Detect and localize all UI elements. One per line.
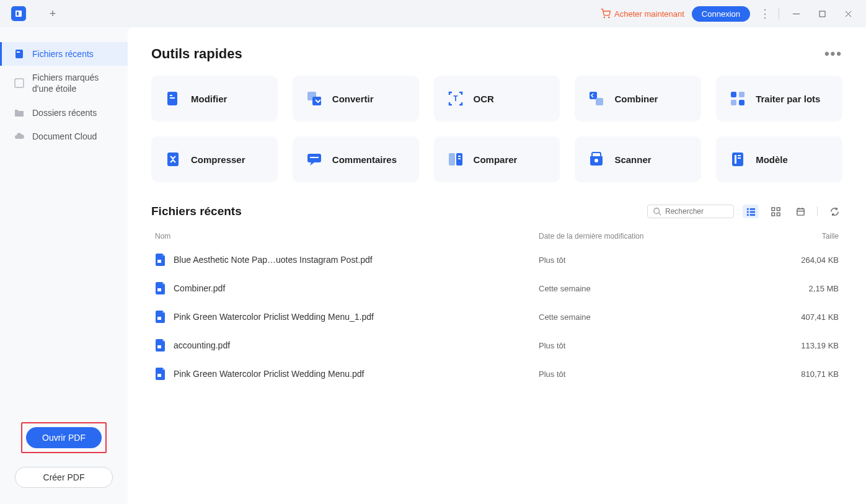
tool-label: Scanner <box>614 154 651 165</box>
app-logo[interactable] <box>11 6 26 21</box>
star-icon <box>14 77 25 89</box>
file-date: Cette semaine <box>539 312 787 322</box>
tool-ocr[interactable]: T OCR <box>434 76 560 122</box>
file-name: Blue Aesthetic Note Pap…uotes Instagram … <box>174 255 539 265</box>
open-pdf-button[interactable]: Ouvrir PDF <box>26 427 102 448</box>
svg-point-3 <box>609 17 609 17</box>
svg-rect-10 <box>15 79 24 87</box>
tool-label: Modifier <box>191 94 227 104</box>
file-row[interactable]: Combiner.pdf Cette semaine 2,15 MB <box>151 274 842 303</box>
list-icon <box>746 207 756 216</box>
tool-modifier[interactable]: Modifier <box>151 76 278 122</box>
tools-title-text: Outils rapides <box>151 46 242 62</box>
tool-label: Commentaires <box>332 154 397 165</box>
svg-rect-33 <box>738 155 741 156</box>
file-row[interactable]: Blue Aesthetic Note Pap…uotes Instagram … <box>151 245 842 274</box>
file-size: 2,15 MB <box>787 284 842 293</box>
sidebar-item-starred[interactable]: Fichiers marqués d'une étoile <box>0 66 128 100</box>
col-header-size[interactable]: Taille <box>787 232 842 241</box>
new-tab-button[interactable]: + <box>43 4 62 23</box>
recent-files-header: Fichiers récents <box>151 205 842 218</box>
doc-icon <box>14 48 25 60</box>
svg-rect-52 <box>157 288 161 291</box>
divider <box>817 206 818 216</box>
titlebar-left: + <box>6 4 62 23</box>
close-icon <box>845 11 852 17</box>
comment-icon <box>305 150 324 169</box>
file-table-header: Nom Date de la dernière modification Tai… <box>151 227 842 245</box>
tool-comparer[interactable]: Comparer <box>434 136 560 182</box>
tool-modele[interactable]: Modèle <box>716 136 842 182</box>
svg-point-30 <box>594 159 598 162</box>
content: Outils rapides ••• Modifier Convertir T … <box>128 27 866 504</box>
file-row[interactable]: Pink Green Watercolor Priclist Wedding M… <box>151 303 842 331</box>
svg-rect-5 <box>820 11 825 17</box>
pdf-file-icon <box>155 311 166 323</box>
maximize-button[interactable] <box>810 4 834 23</box>
file-name: Combiner.pdf <box>174 283 539 293</box>
svg-rect-54 <box>157 345 161 348</box>
tool-convertir[interactable]: Convertir <box>293 76 419 122</box>
file-size: 407,41 KB <box>787 312 842 322</box>
file-name: accounting.pdf <box>174 340 539 350</box>
tool-combiner[interactable]: Combiner <box>575 76 701 122</box>
scanner-icon <box>587 150 606 169</box>
folder-icon <box>14 107 25 118</box>
refresh-button[interactable] <box>826 205 842 218</box>
sidebar-item-label: Fichiers récents <box>32 48 94 60</box>
svg-rect-41 <box>746 214 748 216</box>
svg-rect-12 <box>170 95 172 96</box>
search-icon <box>653 207 661 216</box>
kebab-menu[interactable]: ⋮ <box>756 5 774 22</box>
view-grid-button[interactable] <box>767 205 784 218</box>
svg-rect-22 <box>739 100 744 105</box>
tools-more-button[interactable]: ••• <box>824 46 842 62</box>
tool-commentaires[interactable]: Commentaires <box>293 136 419 182</box>
pdf-file-icon <box>155 254 166 266</box>
svg-rect-45 <box>771 213 774 216</box>
search-box[interactable] <box>647 205 734 218</box>
pdf-file-icon <box>155 368 166 380</box>
svg-rect-25 <box>310 157 319 158</box>
file-row[interactable]: Pink Green Watercolor Priclist Wedding M… <box>151 360 842 388</box>
buy-now-link[interactable]: Acheter maintenant <box>596 6 689 21</box>
close-button[interactable] <box>836 4 860 23</box>
tool-grid: Modifier Convertir T OCR Combiner Traite… <box>151 76 842 182</box>
sidebar-item-label: Dossiers récents <box>32 107 97 118</box>
svg-rect-42 <box>749 214 754 216</box>
divider <box>779 8 779 19</box>
svg-rect-17 <box>590 92 597 99</box>
sidebar-item-recent-files[interactable]: Fichiers récents <box>0 42 128 66</box>
file-size: 264,04 KB <box>787 255 842 265</box>
edit-icon <box>164 89 182 108</box>
view-list-button[interactable] <box>743 205 759 218</box>
svg-rect-28 <box>458 156 461 157</box>
svg-rect-31 <box>732 153 743 166</box>
file-row[interactable]: accounting.pdf Plus tôt 113,19 KB <box>151 331 842 360</box>
titlebar-right: Acheter maintenant Connexion ⋮ <box>596 4 860 23</box>
tool-compresser[interactable]: Compresser <box>151 136 278 182</box>
recent-controls <box>647 205 842 218</box>
svg-rect-53 <box>157 317 161 320</box>
minimize-button[interactable] <box>784 4 808 23</box>
sidebar-item-recent-folders[interactable]: Dossiers récents <box>0 101 128 125</box>
file-size: 810,71 KB <box>787 369 842 379</box>
create-pdf-button[interactable]: Créer PDF <box>15 467 113 488</box>
file-date: Plus tôt <box>539 341 787 350</box>
svg-rect-1 <box>17 12 19 15</box>
file-date: Plus tôt <box>539 369 787 379</box>
svg-rect-39 <box>746 211 748 213</box>
svg-rect-38 <box>749 208 754 210</box>
svg-rect-19 <box>731 92 736 97</box>
tool-batch[interactable]: Traiter par lots <box>716 76 842 122</box>
minimize-icon <box>793 11 800 17</box>
col-header-name[interactable]: Nom <box>151 232 539 241</box>
col-header-date[interactable]: Date de la dernière modification <box>539 232 787 241</box>
view-calendar-button[interactable] <box>792 205 808 218</box>
login-button[interactable]: Connexion <box>692 6 750 22</box>
tool-label: Modèle <box>756 154 788 165</box>
tool-scanner[interactable]: Scanner <box>575 136 701 182</box>
svg-rect-40 <box>749 211 754 213</box>
sidebar-item-cloud[interactable]: Document Cloud <box>0 125 128 148</box>
search-input[interactable] <box>665 207 728 216</box>
